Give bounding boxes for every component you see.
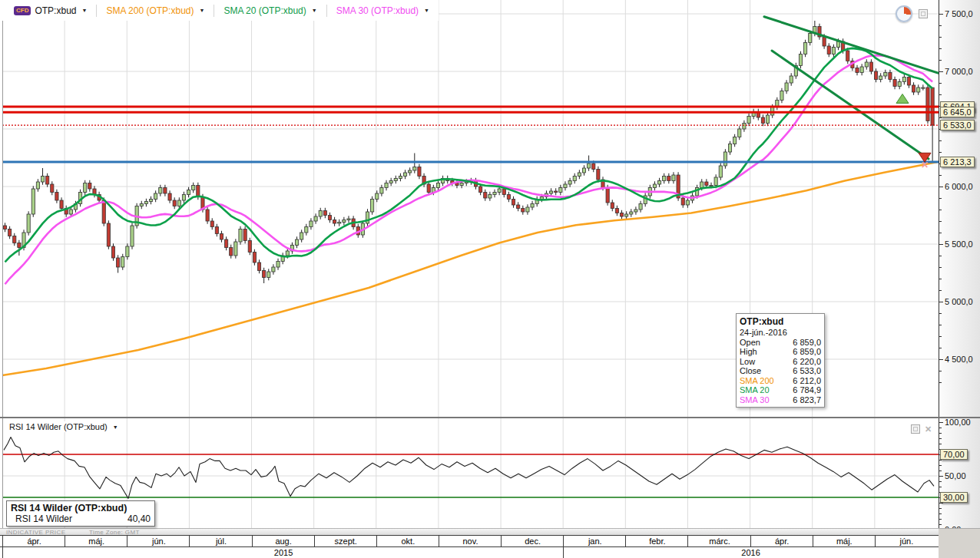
- rsi-tooltip-title: RSI 14 Wilder (OTP:xbud): [11, 503, 151, 513]
- tooltip-row-value: 6 212,0: [793, 376, 821, 386]
- sma20-label: SMA 20 (OTP:xbud): [223, 5, 306, 16]
- close-icon[interactable]: ✕: [925, 425, 932, 433]
- buy-marker-icon: [896, 94, 909, 103]
- month-cell: máj.: [65, 536, 127, 546]
- tooltip-row-value: 6 859,0: [793, 347, 821, 357]
- price-axis-line: [939, 0, 939, 528]
- chevron-down-icon[interactable]: ▼: [81, 8, 87, 13]
- sma20-line: [5, 48, 933, 262]
- price-axis-label: 5 500,0: [945, 239, 973, 249]
- session-clock-icon[interactable]: [896, 5, 912, 22]
- sma20-selector[interactable]: SMA 20 (OTP:xbud) ▼: [214, 5, 326, 17]
- month-cell: júl.: [189, 536, 252, 546]
- sma200-label: SMA 200 (OTP:xbud): [106, 5, 194, 16]
- price-flag-label: 6 533,0: [940, 120, 975, 130]
- tooltip-row-label: SMA 200: [740, 376, 774, 386]
- trading-chart-window: ✕ CFD OTP:xbud ▼ SMA 200 (OTP:xbud) ▼ SM…: [0, 0, 980, 558]
- month-cell: márc.: [687, 536, 750, 546]
- price-axis-label: 7 500,0: [945, 9, 973, 18]
- rsi-series-label: RSI 14 Wilder: [15, 513, 72, 524]
- year-cell: 2015: [2, 547, 564, 558]
- chart-legend: CFD OTP:xbud ▼ SMA 200 (OTP:xbud) ▼ SMA …: [0, 0, 439, 21]
- tooltip-row-value: 6 823,7: [793, 395, 821, 405]
- tooltip-row-value: 6 533,0: [793, 366, 821, 376]
- tooltip-row-label: SMA 20: [740, 385, 770, 395]
- price-axis-label: 5 000,0: [945, 297, 973, 306]
- month-cell: febr.: [625, 536, 688, 546]
- month-cell: okt.: [376, 536, 439, 546]
- instrument-selector[interactable]: CFD OTP:xbud ▼: [5, 5, 97, 17]
- tooltip-row-label: High: [740, 347, 757, 357]
- month-cell: máj.: [813, 536, 876, 546]
- chevron-down-icon[interactable]: ▼: [312, 8, 317, 13]
- month-cell: aug.: [252, 536, 315, 546]
- year-axis: 20152016: [0, 546, 939, 558]
- month-cell: ápr.: [750, 536, 813, 546]
- price-axis-label: 6 000,0: [945, 182, 973, 191]
- price-axis-label: 4 500,0: [945, 355, 973, 364]
- cross-marker-icon: ✕: [921, 160, 929, 170]
- rsi-axis-label: 100,00: [945, 418, 971, 427]
- tooltip-symbol: OTP:xbud: [740, 316, 821, 327]
- tooltip-row-value: 6 220,0: [793, 357, 821, 367]
- chevron-down-icon[interactable]: ▼: [199, 8, 204, 13]
- instrument-label: OTP:xbud: [35, 5, 76, 16]
- price-axis[interactable]: 7 500,07 000,06 000,05 500,05 000,04 500…: [939, 0, 980, 417]
- sma30-label: SMA 30 (OTP:xbud): [336, 5, 419, 16]
- sma200-selector[interactable]: SMA 200 (OTP:xbud) ▼: [97, 5, 214, 17]
- tooltip-row-value: 6 859,0: [793, 338, 821, 348]
- tooltip-row-label: Open: [740, 338, 760, 348]
- rsi-axis[interactable]: 100,0050,000,0070,0030,00: [939, 418, 980, 528]
- month-cell: dec.: [501, 536, 564, 546]
- rsi-series-value: 40,40: [127, 513, 151, 524]
- rsi-panel-title: RSI 14 Wilder (OTP:xbud): [9, 422, 108, 431]
- chevron-down-icon[interactable]: ▼: [424, 8, 429, 13]
- cfd-badge: CFD: [14, 6, 31, 15]
- chevron-down-icon[interactable]: ▼: [113, 424, 118, 430]
- ohlc-tooltip: OTP:xbud 24-jún.-2016 Open6 859,0High6 8…: [736, 313, 825, 408]
- rsi-panel-controls: ✕: [911, 424, 932, 434]
- plot-left-border: [2, 0, 3, 528]
- year-cell: 2016: [563, 547, 938, 558]
- panel-divider[interactable]: [0, 417, 980, 418]
- month-cell: jan.: [563, 536, 626, 546]
- price-axis-label: 7 000,0: [945, 67, 973, 76]
- sma30-selector[interactable]: SMA 30 (OTP:xbud) ▼: [327, 5, 439, 17]
- axis-corner: [939, 528, 980, 558]
- month-axis: ápr.máj.jún.júl.aug.szept.okt.nov.dec.ja…: [0, 535, 939, 547]
- month-cell: szept.: [314, 536, 377, 546]
- tooltip-date: 24-jún.-2016: [740, 328, 787, 338]
- tooltip-row-label: Close: [740, 366, 761, 376]
- price-flag-label: 6 645,0: [940, 107, 975, 117]
- restore-window-icon[interactable]: [919, 9, 928, 18]
- rsi-flag-label: 70,00: [940, 449, 968, 460]
- tooltip-row-value: 6 784,9: [793, 385, 821, 395]
- tooltip-row-label: Low: [740, 357, 755, 367]
- rsi-line: [4, 437, 934, 499]
- month-cell: nov.: [439, 536, 502, 546]
- rsi-flag-label: 30,00: [940, 492, 968, 503]
- rsi-panel-header[interactable]: RSI 14 Wilder (OTP:xbud) ▼: [6, 421, 121, 432]
- month-cell: jún.: [875, 536, 938, 546]
- tooltip-row-label: SMA 30: [740, 395, 770, 405]
- month-cell: jún.: [127, 536, 190, 546]
- restore-panel-icon[interactable]: [911, 424, 920, 434]
- chart-toolbar: [896, 5, 928, 22]
- rsi-axis-label: 50,00: [945, 471, 966, 480]
- rsi-tooltip: RSI 14 Wilder (OTP:xbud) RSI 14 Wilder 4…: [6, 500, 155, 527]
- sma30-line: [5, 55, 933, 284]
- month-cell: ápr.: [2, 536, 65, 546]
- price-flag-label: 6 213,3: [940, 157, 975, 167]
